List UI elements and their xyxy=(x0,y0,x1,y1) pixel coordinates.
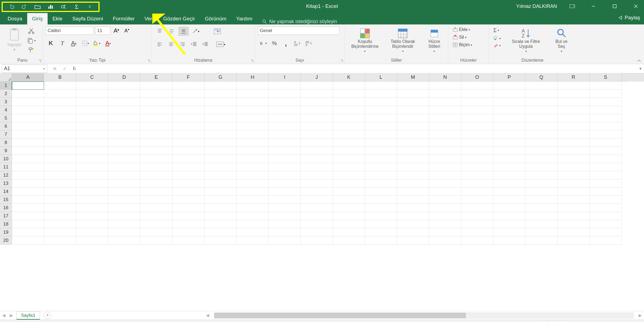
cell[interactable] xyxy=(237,147,269,155)
sort-filter-button[interactable]: AZ Sırala ve Filtre Uygula▾ xyxy=(504,27,548,55)
column-header[interactable]: B xyxy=(44,73,76,82)
cell[interactable] xyxy=(269,196,301,204)
align-bottom-icon[interactable] xyxy=(178,27,189,36)
align-middle-icon[interactable] xyxy=(166,27,177,36)
format-cells-button[interactable]: Biçim▾ xyxy=(451,42,474,48)
column-header[interactable]: I xyxy=(269,73,301,82)
cell[interactable] xyxy=(590,236,622,245)
cell[interactable] xyxy=(461,155,493,163)
cell[interactable] xyxy=(205,228,237,236)
cell[interactable] xyxy=(205,187,237,196)
collapse-ribbon-icon[interactable] xyxy=(637,59,641,62)
delete-cells-button[interactable]: Sil▾ xyxy=(451,34,468,40)
cell[interactable] xyxy=(397,187,429,196)
sheet-nav-next-icon[interactable]: ▶ xyxy=(8,312,15,319)
row-header[interactable]: 5 xyxy=(0,114,12,122)
row-header[interactable]: 8 xyxy=(0,139,12,147)
align-left-icon[interactable] xyxy=(154,40,165,49)
cell[interactable] xyxy=(429,82,461,90)
conditional-formatting-button[interactable]: Koşullu Biçimlendirme▾ xyxy=(348,27,382,55)
cell[interactable] xyxy=(365,196,397,204)
cell[interactable] xyxy=(397,147,429,155)
cell[interactable] xyxy=(333,187,365,196)
cell[interactable] xyxy=(525,236,558,245)
cell[interactable] xyxy=(558,114,590,122)
cell[interactable] xyxy=(301,204,333,212)
cell[interactable] xyxy=(525,130,558,139)
cell[interactable] xyxy=(12,155,44,163)
cell[interactable] xyxy=(558,106,590,114)
cell[interactable] xyxy=(108,114,140,122)
cell[interactable] xyxy=(172,212,205,220)
cell[interactable] xyxy=(76,106,108,114)
cell[interactable] xyxy=(172,122,205,130)
page-layout-view-icon[interactable] xyxy=(548,321,558,322)
cell[interactable] xyxy=(44,147,76,155)
minimize-icon[interactable] xyxy=(585,0,602,12)
cell[interactable] xyxy=(525,106,558,114)
cell[interactable] xyxy=(525,82,558,90)
cell[interactable] xyxy=(525,220,558,228)
cell[interactable] xyxy=(237,122,269,130)
undo-icon[interactable] xyxy=(5,3,18,11)
column-header[interactable]: G xyxy=(205,73,237,82)
cell[interactable] xyxy=(493,106,525,114)
cell[interactable] xyxy=(172,179,205,187)
cell[interactable] xyxy=(205,139,237,147)
cell[interactable] xyxy=(397,179,429,187)
cell[interactable] xyxy=(429,163,461,171)
tab-help[interactable]: Yardım xyxy=(231,13,257,24)
cell[interactable] xyxy=(333,236,365,245)
cell[interactable] xyxy=(429,147,461,155)
cell[interactable] xyxy=(108,212,140,220)
cell[interactable] xyxy=(397,236,429,245)
cell[interactable] xyxy=(365,130,397,139)
cell[interactable] xyxy=(76,139,108,147)
cell[interactable] xyxy=(461,139,493,147)
cell[interactable] xyxy=(461,187,493,196)
cell[interactable] xyxy=(525,196,558,204)
cell[interactable] xyxy=(76,98,108,106)
cell[interactable] xyxy=(301,114,333,122)
expand-formula-bar-icon[interactable]: ▾ xyxy=(637,66,644,71)
tab-data[interactable]: Veri xyxy=(140,13,158,24)
fill-button[interactable]: ▾ xyxy=(492,36,502,41)
cell[interactable] xyxy=(558,163,590,171)
cell[interactable] xyxy=(76,90,108,98)
cell[interactable] xyxy=(76,212,108,220)
cell[interactable] xyxy=(205,204,237,212)
cell[interactable] xyxy=(461,122,493,130)
cell[interactable] xyxy=(493,204,525,212)
cell[interactable] xyxy=(429,228,461,236)
cancel-formula-icon[interactable]: ✕ xyxy=(53,66,57,72)
cell[interactable] xyxy=(205,212,237,220)
cell[interactable] xyxy=(301,179,333,187)
cell[interactable] xyxy=(333,98,365,106)
cell[interactable] xyxy=(301,82,333,90)
cell[interactable] xyxy=(365,187,397,196)
number-format-select[interactable] xyxy=(258,27,339,35)
cell[interactable] xyxy=(140,163,172,171)
cell[interactable] xyxy=(525,179,558,187)
cell[interactable] xyxy=(301,187,333,196)
touch-mode-icon[interactable] xyxy=(57,3,70,11)
cell[interactable] xyxy=(558,171,590,179)
font-name-input[interactable] xyxy=(46,27,94,35)
cell[interactable] xyxy=(493,90,525,98)
insert-cells-button[interactable]: Ekle▾ xyxy=(451,27,472,33)
cell[interactable] xyxy=(76,179,108,187)
cell[interactable] xyxy=(525,122,558,130)
cell[interactable] xyxy=(525,147,558,155)
cell[interactable] xyxy=(12,179,44,187)
cell[interactable] xyxy=(44,114,76,122)
cell[interactable] xyxy=(140,82,172,90)
column-header[interactable]: L xyxy=(365,73,397,82)
formula-input[interactable] xyxy=(76,65,637,73)
cell[interactable] xyxy=(205,130,237,139)
open-icon[interactable] xyxy=(31,3,44,11)
cell[interactable] xyxy=(397,106,429,114)
accounting-format-icon[interactable]: ₺▾ xyxy=(258,39,268,48)
cell[interactable] xyxy=(237,163,269,171)
cell[interactable] xyxy=(493,155,525,163)
find-select-button[interactable]: Bul ve Seç▾ xyxy=(550,27,573,55)
